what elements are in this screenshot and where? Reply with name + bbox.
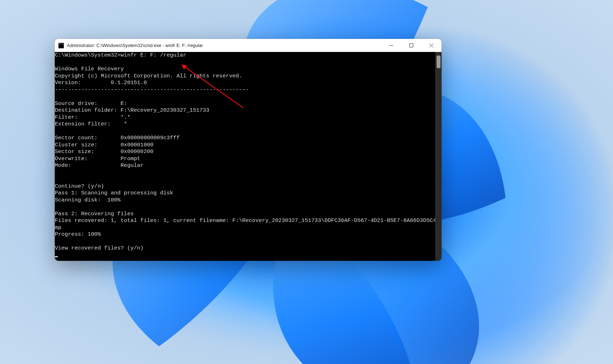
pass1-line: Pass 1: Scanning and processing disk — [55, 190, 173, 196]
version-line: Version: 0.1.20151.0 — [55, 80, 147, 86]
separator-line: ----------------------------------------… — [55, 87, 249, 93]
window-controls — [381, 39, 442, 52]
mode-line: Mode: Regular — [55, 162, 144, 169]
titlebar[interactable]: Administrator: C:\Windows\System32\cmd.e… — [55, 39, 442, 52]
filter-line: Filter: *.* — [55, 114, 130, 121]
typed-command: winfr E: F: /regular — [121, 52, 186, 58]
files-recovered-wrap: mp — [55, 224, 62, 231]
destination-line: Destination folder: F:\Recovery_20230327… — [55, 107, 209, 113]
vertical-scrollbar[interactable] — [435, 52, 442, 261]
maximize-button[interactable] — [401, 39, 421, 52]
ext-filter-line: Extension filter: * — [55, 121, 127, 127]
sector-size-line: Sector size: 0x00000200 — [55, 148, 153, 155]
files-recovered-line: Files recovered: 1, total files: 1, curr… — [55, 217, 435, 224]
close-button[interactable] — [421, 39, 442, 52]
pass2-line: Pass 2: Recovering files — [55, 211, 134, 217]
copyright-line: Copyright (c) Microsoft Corporation. All… — [55, 73, 242, 79]
continue-prompt: Continue? (y/n) — [55, 183, 107, 189]
console-area: C:\Windows\System32>winfr E: F: /regular… — [55, 52, 442, 261]
overwrite-line: Overwrite: Prompt — [55, 155, 140, 162]
text-cursor — [55, 256, 58, 257]
sector-count-line: Sector count: 0x00000000009c3fff — [55, 135, 180, 141]
cmd-window: Administrator: C:\Windows\System32\cmd.e… — [55, 39, 442, 261]
scanning-line: Scanning disk: 100% — [55, 197, 121, 203]
console-output[interactable]: C:\Windows\System32>winfr E: F: /regular… — [55, 52, 435, 261]
progress-line: Progress: 100% — [55, 231, 101, 237]
cluster-size-line: Cluster size: 0x00001000 — [55, 142, 153, 148]
header-name: Windows File Recovery — [55, 66, 124, 72]
source-drive-line: Source drive: E: — [55, 100, 127, 107]
cmd-icon — [58, 43, 64, 48]
svg-rect-2 — [410, 44, 413, 47]
view-prompt: View recovered files? (y/n) — [55, 245, 147, 251]
window-title: Administrator: C:\Windows\System32\cmd.e… — [67, 43, 381, 48]
scrollbar-thumb[interactable] — [437, 55, 440, 68]
minimize-button[interactable] — [381, 39, 401, 52]
prompt-path: C:\Windows\System32> — [55, 52, 121, 58]
